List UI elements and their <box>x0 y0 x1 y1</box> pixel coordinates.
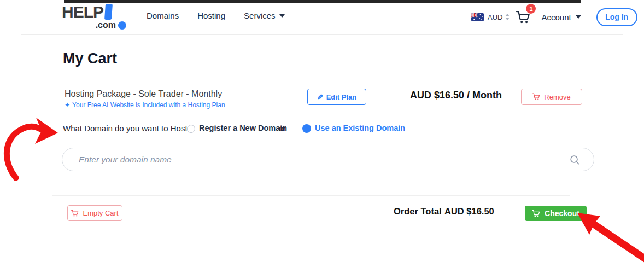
main-nav: Domains Hosting Services <box>147 11 285 20</box>
australia-flag-icon <box>471 13 484 21</box>
empty-cart-label: Empty Cart <box>83 209 118 217</box>
order-total-label: Order Total <box>394 206 442 217</box>
annotation-arrow-checkout <box>573 210 644 279</box>
item-price: AUD $16.50 / Month <box>410 90 502 101</box>
edit-plan-label: Edit Plan <box>326 93 357 101</box>
edit-plan-button[interactable]: ✎ Edit Plan <box>307 89 366 105</box>
currency-selector-icon[interactable] <box>505 14 510 20</box>
header-cart-button[interactable]: 1 <box>516 9 531 25</box>
site-logo[interactable]: HELP .com <box>62 4 127 30</box>
empty-cart-button[interactable]: Empty Cart <box>67 205 122 221</box>
register-new-domain-label[interactable]: Register a New Domain <box>199 124 287 132</box>
page-title: My Cart <box>63 50 117 67</box>
domain-question-label: What Domain do you want to Host? <box>63 124 192 133</box>
nav-services-label: Services <box>244 11 276 20</box>
header-right-controls: AUD 1 Account Log In <box>471 0 637 34</box>
cart-count-badge: 1 <box>526 4 536 14</box>
remove-label: Remove <box>544 93 570 101</box>
logo-exclamation-bar <box>104 4 113 20</box>
remove-item-button[interactable]: Remove <box>521 89 582 105</box>
cart-icon <box>71 210 79 217</box>
logo-word: HELP <box>62 4 103 20</box>
account-label: Account <box>541 13 571 22</box>
currency-code: AUD <box>488 13 502 21</box>
annotation-arrow-domain <box>1 111 64 183</box>
radio-use-existing-domain[interactable] <box>302 124 311 133</box>
nav-services[interactable]: Services <box>244 11 285 20</box>
login-button[interactable]: Log In <box>596 8 637 26</box>
pencil-icon: ✎ <box>317 93 323 101</box>
cart-icon <box>532 93 540 101</box>
cart-item-subtitle-text: Your Free AI Website is Included with a … <box>72 101 225 109</box>
nav-domains-label: Domains <box>147 11 179 20</box>
chevron-down-icon <box>279 14 285 18</box>
chevron-down-icon <box>576 15 581 19</box>
account-menu[interactable]: Account <box>541 13 581 22</box>
radio-register-new-domain[interactable] <box>187 125 195 133</box>
sparkle-icon: ✦ <box>65 101 70 109</box>
domain-search-input[interactable] <box>79 149 560 170</box>
logo-exclamation-dot <box>118 21 126 30</box>
use-existing-domain-label[interactable]: Use an Existing Domain <box>315 124 405 132</box>
or-separator: or <box>279 124 286 133</box>
logo-tld: .com <box>96 21 116 30</box>
nav-domains[interactable]: Domains <box>147 11 179 20</box>
cart-icon <box>532 210 540 218</box>
nav-hosting-label: Hosting <box>197 11 225 20</box>
cart-item-title: Hosting Package - Sole Trader - Monthly <box>65 89 222 99</box>
cart-item-subtitle: ✦ Your Free AI Website is Included with … <box>65 101 225 109</box>
section-divider <box>52 195 570 196</box>
order-total-value: AUD $16.50 <box>444 206 494 217</box>
domain-search-box <box>62 148 594 171</box>
search-icon[interactable] <box>569 154 581 168</box>
nav-hosting[interactable]: Hosting <box>197 11 225 20</box>
header-divider <box>21 34 623 35</box>
